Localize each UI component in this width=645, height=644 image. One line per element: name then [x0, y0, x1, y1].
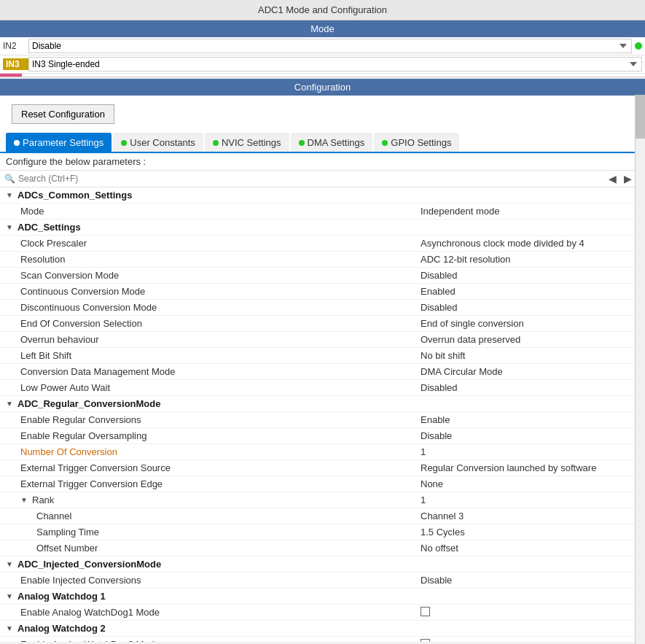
group-name-adcs-common: ADCs_Common_Settings [17, 190, 132, 201]
search-input[interactable] [18, 174, 603, 184]
param-value-left-bit-shift: No bit shift [421, 350, 639, 361]
mode-section: Mode IN2 Disable IN3 IN3 Single-ended [0, 20, 645, 77]
checkbox-watchdog2[interactable] [421, 639, 430, 643]
param-value-continuous-conversion: Enabled [421, 286, 639, 297]
item-continuous-conversion: Continuous Conversion Mode Enabled [0, 284, 645, 300]
chevron-watchdog2[interactable]: ▼ [6, 624, 15, 632]
param-value-enable-injected-conversions: Disable [421, 575, 639, 586]
param-name-enable-regular-conversions: Enable Regular Conversions [20, 414, 421, 425]
tabs-row: Parameter Settings User Constants NVIC S… [0, 133, 645, 153]
param-name-ext-trigger-edge: External Trigger Conversion Edge [20, 478, 421, 489]
param-value-mode: Independent mode [421, 206, 639, 217]
in2-label: IN2 [3, 41, 28, 51]
param-value-low-power: Disabled [421, 382, 639, 393]
item-enable-regular-oversampling: Enable Regular Oversampling Disable [0, 428, 645, 444]
param-value-overrun: Overrun data preserved [421, 334, 639, 345]
param-value-sampling-time: 1.5 Cycles [421, 527, 639, 538]
item-resolution: Resolution ADC 12-bit resolution [0, 252, 645, 268]
param-value-scan-conversion: Disabled [421, 270, 639, 281]
item-sampling-time: Sampling Time 1.5 Cycles [0, 524, 645, 540]
config-header: Configuration [0, 79, 645, 96]
chevron-watchdog1[interactable]: ▼ [6, 592, 15, 600]
checkbox-watchdog1[interactable] [421, 607, 430, 616]
tab-dot-gpio [382, 140, 388, 146]
params-area: ▼ ADCs_Common_Settings Mode Independent … [0, 187, 645, 642]
param-value-ext-trigger-source: Regular Conversion launched by software [421, 462, 639, 473]
tab-nvic-settings[interactable]: NVIC Settings [205, 133, 289, 152]
item-enable-injected-conversions: Enable Injected Conversions Disable [0, 573, 645, 589]
param-name-sampling-time: Sampling Time [36, 527, 421, 538]
param-name-continuous-conversion: Continuous Conversion Mode [20, 286, 421, 297]
item-ext-trigger-source: External Trigger Conversion Source Regul… [0, 460, 645, 476]
param-value-watchdog2-mode [421, 639, 639, 643]
scrollbar-track[interactable] [635, 95, 645, 644]
item-mode: Mode Independent mode [0, 203, 645, 220]
param-name-conv-data-mgmt: Conversion Data Management Mode [20, 366, 421, 377]
item-clock-prescaler: Clock Prescaler Asynchronous clock mode … [0, 236, 645, 252]
configure-label: Configure the below parameters : [0, 153, 645, 171]
item-low-power: Low Power Auto Wait Disabled [0, 380, 645, 396]
mode-header: Mode [0, 20, 645, 37]
in3-select[interactable]: IN3 Single-ended [28, 57, 642, 71]
item-discontinuous-conversion: Discontinuous Conversion Mode Disabled [0, 300, 645, 316]
tab-dot-nvic [213, 140, 219, 146]
param-value-offset-number: No offset [421, 543, 639, 554]
search-row: 🔍 ◀ ▶ ℹ [0, 171, 645, 187]
param-name-rank: Rank [32, 494, 421, 505]
item-scan-conversion: Scan Conversion Mode Disabled [0, 268, 645, 284]
param-value-ext-trigger-edge: None [421, 478, 639, 489]
in3-label: IN3 [3, 58, 28, 70]
scrollbar-thumb[interactable] [636, 95, 645, 139]
item-channel: Channel Channel 3 [0, 508, 645, 524]
group-name-adc-settings: ADC_Settings [17, 222, 81, 233]
nav-next-button[interactable]: ▶ [622, 173, 634, 185]
subgroup-rank: ▼ Rank 1 [0, 492, 645, 508]
item-left-bit-shift: Left Bit Shift No bit shift [0, 348, 645, 364]
tab-dma-settings[interactable]: DMA Settings [291, 133, 373, 152]
chevron-rank[interactable]: ▼ [20, 496, 29, 504]
group-adc-injected: ▼ ADC_Injected_ConversionMode [0, 556, 645, 573]
tab-dot-parameter [14, 140, 20, 146]
param-value-rank: 1 [421, 494, 639, 505]
search-icon: 🔍 [4, 174, 15, 184]
tab-parameter-settings[interactable]: Parameter Settings [6, 133, 112, 152]
param-value-number-of-conversion: 1 [421, 446, 639, 457]
item-overrun: Overrun behaviour Overrun data preserved [0, 332, 645, 348]
item-enable-regular-conversions: Enable Regular Conversions Enable [0, 412, 645, 428]
chevron-adcs-common[interactable]: ▼ [6, 191, 15, 199]
chevron-adc-regular[interactable]: ▼ [6, 400, 15, 408]
group-adcs-common: ▼ ADCs_Common_Settings [0, 187, 645, 203]
param-name-clock-prescaler: Clock Prescaler [20, 238, 421, 249]
param-name-watchdog2-mode: Enable Analog WatchDog2 Mode [20, 639, 421, 642]
param-name-low-power: Low Power Auto Wait [20, 382, 421, 393]
param-name-mode: Mode [20, 206, 421, 217]
group-adc-settings: ▼ ADC_Settings [0, 220, 645, 236]
param-name-end-conversion-selection: End Of Conversion Selection [20, 318, 421, 329]
param-name-resolution: Resolution [20, 254, 421, 265]
param-name-left-bit-shift: Left Bit Shift [20, 350, 421, 361]
chevron-adc-injected[interactable]: ▼ [6, 560, 15, 568]
reset-config-button[interactable]: Reset Configuration [12, 104, 114, 124]
param-value-enable-regular-oversampling: Disable [421, 430, 639, 441]
in2-green-dot [635, 42, 642, 50]
group-watchdog2: ▼ Analog Watchdog 2 [0, 621, 645, 637]
param-name-scan-conversion: Scan Conversion Mode [20, 270, 421, 281]
param-name-ext-trigger-source: External Trigger Conversion Source [20, 462, 421, 473]
tab-user-constants[interactable]: User Constants [113, 133, 203, 152]
param-name-number-of-conversion: Number Of Conversion [20, 446, 421, 457]
item-watchdog2-mode: Enable Analog WatchDog2 Mode [0, 637, 645, 642]
group-watchdog1: ▼ Analog Watchdog 1 [0, 589, 645, 605]
nav-prev-button[interactable]: ◀ [606, 173, 619, 185]
param-name-discontinuous-conversion: Discontinuous Conversion Mode [20, 302, 421, 313]
param-value-channel: Channel 3 [421, 511, 639, 521]
group-name-adc-injected: ADC_Injected_ConversionMode [17, 559, 161, 570]
chevron-adc-settings[interactable]: ▼ [6, 223, 15, 231]
group-name-watchdog1: Analog Watchdog 1 [17, 591, 106, 602]
group-name-adc-regular: ADC_Regular_ConversionMode [17, 398, 160, 409]
tab-dot-user [121, 140, 127, 146]
tab-gpio-settings[interactable]: GPIO Settings [374, 133, 459, 152]
param-value-discontinuous-conversion: Disabled [421, 302, 639, 313]
in2-select[interactable]: Disable [28, 39, 632, 53]
param-value-watchdog1-mode [421, 607, 639, 618]
in2-row: IN2 Disable [0, 37, 645, 55]
